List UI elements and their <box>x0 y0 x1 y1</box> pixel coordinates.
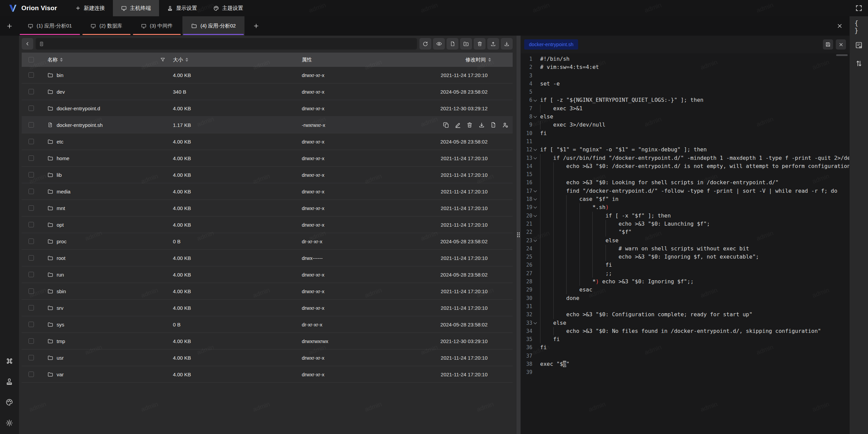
fold-chevron-icon[interactable] <box>532 146 538 154</box>
row-checkbox[interactable] <box>28 288 34 294</box>
row-checkbox[interactable] <box>28 139 34 144</box>
file-name[interactable]: dev <box>57 89 65 95</box>
permission-icon[interactable] <box>502 122 509 128</box>
table-row[interactable]: etc4.00 KBdrwxr-xr-x2024-05-28 23:58:02 <box>22 133 513 150</box>
fold-chevron-icon[interactable] <box>532 187 538 195</box>
move-icon[interactable] <box>490 122 497 128</box>
sort-icon[interactable] <box>185 58 188 62</box>
fold-chevron-icon[interactable] <box>532 212 538 220</box>
fold-chevron-icon[interactable] <box>532 113 538 121</box>
column-header-name[interactable]: 名称 <box>41 57 159 63</box>
preview-button[interactable] <box>433 38 445 50</box>
terminal-tab[interactable]: (4) 应用-分析02 <box>182 16 244 36</box>
filter-icon[interactable] <box>160 57 165 62</box>
sort-icon[interactable] <box>60 58 63 62</box>
terminal-tab[interactable]: (1) 应用-分析01 <box>19 16 81 36</box>
fold-chevron-icon[interactable] <box>532 237 538 245</box>
fold-chevron-icon[interactable] <box>532 195 538 203</box>
table-row[interactable]: usr4.00 KBdrwxr-xr-x2021-11-24 17:20:10 <box>22 350 513 366</box>
menu-host-terminal[interactable]: 主机终端 <box>113 0 159 16</box>
row-checkbox[interactable] <box>28 172 34 177</box>
row-checkbox[interactable] <box>28 305 34 310</box>
back-button[interactable] <box>22 38 33 50</box>
terminal-tab[interactable]: (2) 数据库 <box>82 16 131 36</box>
table-row[interactable]: run4.00 KBdrwxr-xr-x2024-05-28 23:58:02 <box>22 266 513 283</box>
menu-new-connection[interactable]: 新建连接 <box>67 0 113 16</box>
menu-theme-settings[interactable]: 主题设置 <box>205 0 251 16</box>
row-checkbox[interactable] <box>28 72 34 78</box>
drag-handle-icon[interactable] <box>517 232 520 237</box>
save-button[interactable] <box>823 39 833 50</box>
fold-chevron-icon[interactable] <box>532 203 538 211</box>
file-name[interactable]: srv <box>57 305 63 311</box>
table-row[interactable]: mnt4.00 KBdrwxr-xr-x2021-11-24 17:20:10 <box>22 200 513 216</box>
file-bookmark-icon[interactable] <box>854 41 863 50</box>
file-name[interactable]: sys <box>57 322 64 327</box>
table-row[interactable]: tmp4.00 KBdrwxrwxrwx2021-12-30 03:29:10 <box>22 333 513 350</box>
row-checkbox[interactable] <box>28 89 34 94</box>
theme-settings-icon[interactable] <box>5 398 14 407</box>
file-name[interactable]: home <box>57 155 70 161</box>
path-input[interactable] <box>36 38 417 50</box>
copy-icon[interactable] <box>443 122 449 128</box>
upload-button[interactable] <box>487 38 499 50</box>
table-row[interactable]: srv4.00 KBdrwxr-xr-x2021-11-24 17:20:10 <box>22 300 513 316</box>
column-header-time[interactable]: 修改时间 <box>414 57 513 63</box>
select-all-checkbox[interactable] <box>28 57 34 62</box>
row-checkbox[interactable] <box>28 106 34 111</box>
table-row[interactable]: var4.00 KBdrwxr-xr-x2021-11-24 17:20:10 <box>22 366 513 383</box>
create-folder-button[interactable] <box>460 38 472 50</box>
table-row[interactable]: home4.00 KBdrwxr-xr-x2021-11-24 17:20:10 <box>22 150 513 167</box>
row-checkbox[interactable] <box>28 272 34 277</box>
table-row[interactable]: docker-entrypoint.sh1.17 KB-rwxrwxr-x <box>22 117 513 133</box>
table-row[interactable]: sbin4.00 KBdrwxr-xr-x2021-11-24 17:20:10 <box>22 283 513 300</box>
row-checkbox[interactable] <box>28 338 34 344</box>
file-name[interactable]: sbin <box>57 288 66 294</box>
file-name[interactable]: proc <box>57 239 66 244</box>
code-area[interactable]: 1#!/bin/sh2# vim:sw=4:ts=4:et34set -e56i… <box>521 53 849 434</box>
fold-chevron-icon[interactable] <box>532 96 538 104</box>
swap-sort-icon[interactable] <box>854 59 863 68</box>
new-tab-left-button[interactable] <box>0 16 19 36</box>
sort-icon[interactable] <box>488 58 491 62</box>
file-name[interactable]: opt <box>57 222 64 228</box>
file-name[interactable]: mnt <box>57 205 65 211</box>
file-name[interactable]: etc <box>57 139 63 145</box>
edit-icon[interactable] <box>455 122 461 128</box>
fold-chevron-icon[interactable] <box>532 319 538 327</box>
table-row[interactable]: lib4.00 KBdrwxr-xr-x2021-11-24 17:20:10 <box>22 167 513 183</box>
display-settings-icon[interactable] <box>5 378 14 386</box>
row-checkbox[interactable] <box>28 322 34 327</box>
row-checkbox[interactable] <box>28 222 34 227</box>
file-name[interactable]: media <box>57 189 71 194</box>
row-checkbox[interactable] <box>28 155 34 161</box>
menu-display-settings[interactable]: 显示设置 <box>159 0 205 16</box>
file-name[interactable]: usr <box>57 355 64 361</box>
fullscreen-icon[interactable] <box>855 4 863 12</box>
table-row[interactable]: media4.00 KBdrwxr-xr-x2021-11-24 17:20:1… <box>22 183 513 200</box>
row-checkbox[interactable] <box>28 355 34 360</box>
column-header-size[interactable]: 大小 <box>159 57 271 63</box>
file-name[interactable]: docker-entrypoint.sh <box>57 122 103 128</box>
delete-icon[interactable] <box>467 122 473 128</box>
table-row[interactable]: root4.00 KBdrwx------2021-11-24 17:20:10 <box>22 250 513 266</box>
panel-resize-divider[interactable] <box>516 36 521 434</box>
file-name[interactable]: bin <box>57 72 63 78</box>
row-checkbox[interactable] <box>28 255 34 261</box>
shortcut-icon[interactable] <box>5 357 14 365</box>
table-row[interactable]: proc0 Bdr-xr-xr-x2024-05-28 23:58:02 <box>22 233 513 250</box>
file-name[interactable]: lib <box>57 172 62 178</box>
download-button[interactable] <box>501 38 513 50</box>
file-name[interactable]: var <box>57 372 64 377</box>
row-checkbox[interactable] <box>28 122 34 128</box>
delete-button[interactable] <box>474 38 486 50</box>
table-row[interactable]: docker-entrypoint.d4.00 KBdrwxr-xr-x2021… <box>22 100 513 117</box>
row-checkbox[interactable] <box>28 372 34 377</box>
braces-icon[interactable]: { } <box>854 22 863 31</box>
create-file-button[interactable] <box>447 38 458 50</box>
settings-gear-icon[interactable] <box>5 419 14 427</box>
table-row[interactable]: sys0 Bdr-xr-xr-x2024-05-28 23:58:02 <box>22 316 513 333</box>
row-checkbox[interactable] <box>28 239 34 244</box>
refresh-button[interactable] <box>419 38 431 50</box>
file-name[interactable]: docker-entrypoint.d <box>57 106 100 111</box>
